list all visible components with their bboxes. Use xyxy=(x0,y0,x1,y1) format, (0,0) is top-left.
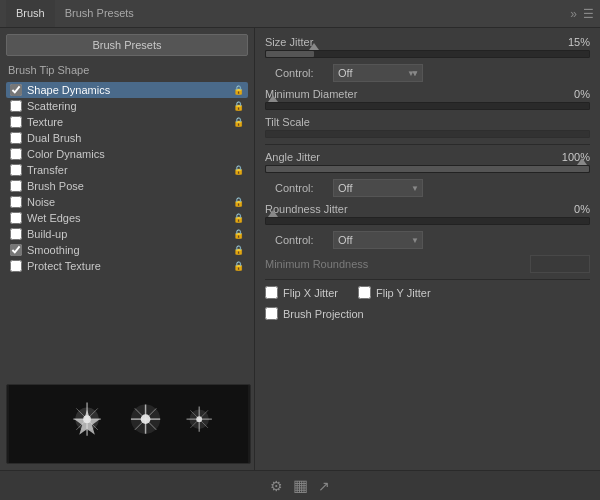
tab-brush[interactable]: Brush xyxy=(6,0,55,27)
lock-icon-2: 🔒 xyxy=(233,117,244,127)
lock-icon-1: 🔒 xyxy=(233,101,244,111)
brush-item-checkbox-4[interactable] xyxy=(10,148,22,160)
angle-jitter-slider[interactable] xyxy=(265,165,590,173)
brush-item-checkbox-1[interactable] xyxy=(10,100,22,112)
brush-item-label-9: Build-up xyxy=(27,228,229,240)
brush-item-color-dynamics[interactable]: Color Dynamics xyxy=(6,146,248,162)
brush-item-wet-edges[interactable]: Wet Edges🔒 xyxy=(6,210,248,226)
angle-jitter-fill xyxy=(266,166,589,172)
roundness-jitter-label: Roundness Jitter xyxy=(265,203,395,215)
svg-point-13 xyxy=(141,414,151,424)
divider-2 xyxy=(265,279,590,280)
min-diameter-label: Minimum Diameter xyxy=(265,88,395,100)
angle-jitter-thumb[interactable] xyxy=(577,158,587,165)
tilt-scale-slider[interactable] xyxy=(265,130,590,138)
brush-item-checkbox-8[interactable] xyxy=(10,212,22,224)
brush-item-transfer[interactable]: Transfer🔒 xyxy=(6,162,248,178)
expand-icon[interactable]: » xyxy=(570,7,577,21)
content-area: Brush Presets Brush Tip Shape Shape Dyna… xyxy=(0,28,600,470)
control-label-2: Control: xyxy=(275,182,325,194)
brush-item-label-0: Shape Dynamics xyxy=(27,84,229,96)
brush-item-smoothing[interactable]: Smoothing🔒 xyxy=(6,242,248,258)
control-select-wrapper-2: Off Fade Pen Pressure xyxy=(333,179,423,197)
brush-item-checkbox-3[interactable] xyxy=(10,132,22,144)
roundness-jitter-slider[interactable] xyxy=(265,217,590,225)
control-select-3[interactable]: Off Fade Pen Pressure xyxy=(333,231,423,249)
min-diameter-row: Minimum Diameter 0% xyxy=(265,88,590,100)
brush-item-checkbox-11[interactable] xyxy=(10,260,22,272)
brush-item-checkbox-5[interactable] xyxy=(10,164,22,176)
control-select-wrapper-1: Off Fade Pen Pressure Pen Tilt Stylus Wh… xyxy=(333,64,423,82)
angle-jitter-row: Angle Jitter 100% xyxy=(265,151,590,163)
brush-item-checkbox-6[interactable] xyxy=(10,180,22,192)
brush-item-checkbox-0[interactable] xyxy=(10,84,22,96)
brush-item-checkbox-10[interactable] xyxy=(10,244,22,256)
min-diameter-value: 0% xyxy=(555,88,590,100)
brush-item-label-8: Wet Edges xyxy=(27,212,229,224)
control-select-2[interactable]: Off Fade Pen Pressure xyxy=(333,179,423,197)
brush-item-label-7: Noise xyxy=(27,196,229,208)
grid-icon[interactable]: ▦ xyxy=(293,476,308,495)
right-panel: Size Jitter 15% Control: Off Fade Pen Pr… xyxy=(255,28,600,470)
export-icon[interactable]: ↗ xyxy=(318,478,330,494)
min-roundness-row: Minimum Roundness xyxy=(265,255,590,273)
settings-icon[interactable]: ⚙ xyxy=(270,478,283,494)
brush-item-checkbox-2[interactable] xyxy=(10,116,22,128)
roundness-jitter-value: 0% xyxy=(555,203,590,215)
brush-presets-button[interactable]: Brush Presets xyxy=(6,34,248,56)
brush-item-build-up[interactable]: Build-up🔒 xyxy=(6,226,248,242)
brush-item-noise[interactable]: Noise🔒 xyxy=(6,194,248,210)
brush-item-label-2: Texture xyxy=(27,116,229,128)
brush-item-label-1: Scattering xyxy=(27,100,229,112)
bottom-toolbar: ⚙ ▦ ↗ xyxy=(0,470,600,500)
brush-projection-label: Brush Projection xyxy=(283,308,364,320)
brush-item-checkbox-7[interactable] xyxy=(10,196,22,208)
left-panel: Brush Presets Brush Tip Shape Shape Dyna… xyxy=(0,28,255,470)
flip-x-label: Flip X Jitter xyxy=(283,287,338,299)
control-select-1[interactable]: Off Fade Pen Pressure Pen Tilt Stylus Wh… xyxy=(333,64,423,82)
control-row-3: Control: Off Fade Pen Pressure xyxy=(265,231,590,249)
brush-item-brush-pose[interactable]: Brush Pose xyxy=(6,178,248,194)
svg-point-19 xyxy=(196,416,202,422)
brush-item-texture[interactable]: Texture🔒 xyxy=(6,114,248,130)
flip-y-row: Flip Y Jitter xyxy=(358,286,431,299)
min-roundness-input[interactable] xyxy=(530,255,590,273)
brush-list: Shape Dynamics🔒Scattering🔒Texture🔒Dual B… xyxy=(6,82,248,378)
brush-item-shape-dynamics[interactable]: Shape Dynamics🔒 xyxy=(6,82,248,98)
flip-x-checkbox[interactable] xyxy=(265,286,278,299)
control-label-1: Control: xyxy=(275,67,325,79)
lock-icon-0: 🔒 xyxy=(233,85,244,95)
preview-area xyxy=(6,384,251,464)
tab-icons: » ☰ xyxy=(570,7,594,21)
lock-icon-7: 🔒 xyxy=(233,197,244,207)
size-jitter-fill xyxy=(266,51,314,57)
brush-panel: Brush Brush Presets » ☰ Brush Presets Br… xyxy=(0,0,600,500)
min-diameter-thumb[interactable] xyxy=(268,95,278,102)
control-select-wrapper-3: Off Fade Pen Pressure xyxy=(333,231,423,249)
brush-projection-checkbox[interactable] xyxy=(265,307,278,320)
brush-item-scattering[interactable]: Scattering🔒 xyxy=(6,98,248,114)
brush-item-checkbox-9[interactable] xyxy=(10,228,22,240)
divider-1 xyxy=(265,144,590,145)
min-diameter-slider[interactable] xyxy=(265,102,590,110)
roundness-jitter-row: Roundness Jitter 0% xyxy=(265,203,590,215)
angle-jitter-label: Angle Jitter xyxy=(265,151,395,163)
brush-item-label-4: Color Dynamics xyxy=(27,148,244,160)
svg-rect-0 xyxy=(9,385,248,463)
brush-item-label-11: Protect Texture xyxy=(27,260,229,272)
lock-icon-5: 🔒 xyxy=(233,165,244,175)
lock-icon-10: 🔒 xyxy=(233,245,244,255)
size-jitter-thumb[interactable] xyxy=(309,43,319,50)
tilt-scale-row: Tilt Scale xyxy=(265,116,590,128)
menu-icon[interactable]: ☰ xyxy=(583,7,594,21)
tilt-scale-label: Tilt Scale xyxy=(265,116,395,128)
brush-item-dual-brush[interactable]: Dual Brush xyxy=(6,130,248,146)
tab-brush-presets[interactable]: Brush Presets xyxy=(55,0,144,27)
flip-y-checkbox[interactable] xyxy=(358,286,371,299)
size-jitter-slider[interactable] xyxy=(265,50,590,58)
lock-icon-8: 🔒 xyxy=(233,213,244,223)
lock-icon-9: 🔒 xyxy=(233,229,244,239)
roundness-jitter-thumb[interactable] xyxy=(268,210,278,217)
brush-projection-row: Brush Projection xyxy=(265,307,590,320)
brush-item-protect-texture[interactable]: Protect Texture🔒 xyxy=(6,258,248,274)
